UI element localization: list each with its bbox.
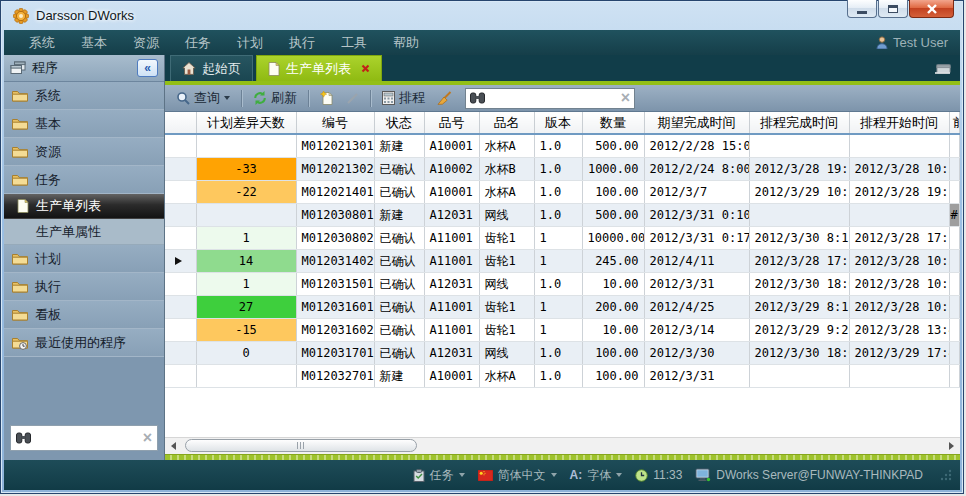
sidebar-item-system[interactable]: 系统	[4, 82, 164, 110]
table-row[interactable]: 14M012031402已确认A11001齿轮11245.002012/4/11…	[165, 250, 959, 273]
sidebar-item-execute[interactable]: 执行	[4, 273, 164, 301]
cell-item[interactable]: A12031	[424, 342, 479, 365]
row-selector[interactable]	[165, 342, 196, 365]
table-row[interactable]: -22M012021401已确认A10001水杯A1.0100.002012/3…	[165, 181, 959, 204]
table-row[interactable]: M012021301新建A10001水杯A1.0500.002012/2/28 …	[165, 134, 959, 158]
cell-diff[interactable]: 14	[196, 250, 296, 273]
cell-extra[interactable]: #	[949, 204, 959, 227]
cell-diff[interactable]: 0	[196, 342, 296, 365]
cell-due[interactable]: 2012/4/11	[644, 250, 749, 273]
cell-name[interactable]: 齿轮1	[479, 227, 534, 250]
cell-name[interactable]: 水杯A	[479, 134, 534, 158]
cell-code[interactable]: M012021401	[296, 181, 374, 204]
cell-extra[interactable]	[949, 158, 959, 181]
cell-sched_start[interactable]: 2012/3/28 19:10	[849, 181, 949, 204]
cell-due[interactable]: 2012/4/25	[644, 296, 749, 319]
cell-item[interactable]: A11001	[424, 296, 479, 319]
cell-status[interactable]: 已确认	[374, 181, 424, 204]
column-header-status[interactable]: 状态	[374, 112, 424, 134]
cell-ver[interactable]: 1	[534, 319, 582, 342]
table-row[interactable]: -15M012031602已确认A11001齿轮1110.002012/3/14…	[165, 319, 959, 342]
cell-code[interactable]: M012030801	[296, 204, 374, 227]
cell-diff[interactable]: -15	[196, 319, 296, 342]
row-selector[interactable]	[165, 250, 196, 273]
cell-due[interactable]: 2012/3/30	[644, 342, 749, 365]
cell-name[interactable]: 网线	[479, 342, 534, 365]
cell-code[interactable]: M012031402	[296, 250, 374, 273]
cell-ver[interactable]: 1	[534, 296, 582, 319]
tab-close-icon[interactable]	[361, 64, 370, 73]
cell-sched_end[interactable]: 2012/3/30 18:00	[749, 342, 849, 365]
cell-sched_end[interactable]: 2012/3/30 18:00	[749, 273, 849, 296]
cell-qty[interactable]: 1000.00	[582, 158, 644, 181]
column-header-due[interactable]: 期望完成时间	[644, 112, 749, 134]
column-header-ver[interactable]: 版本	[534, 112, 582, 134]
cell-qty[interactable]: 10.00	[582, 273, 644, 296]
cell-sched_start[interactable]: 2012/3/28 10:52	[849, 158, 949, 181]
cell-diff[interactable]: 27	[196, 296, 296, 319]
cell-sched_start[interactable]	[849, 134, 949, 158]
cell-name[interactable]: 水杯A	[479, 365, 534, 388]
cell-name[interactable]: 网线	[479, 273, 534, 296]
toolbar-search-input[interactable]	[489, 90, 617, 106]
cell-ver[interactable]: 1.0	[534, 204, 582, 227]
cell-extra[interactable]	[949, 227, 959, 250]
cell-sched_start[interactable]: 2012/3/29 17:46	[849, 342, 949, 365]
cell-sched_end[interactable]: 2012/3/28 17:13	[749, 250, 849, 273]
table-row[interactable]: 0M012031701已确认A12031网线1.0100.002012/3/30…	[165, 342, 959, 365]
cell-extra[interactable]	[949, 134, 959, 158]
cell-name[interactable]: 齿轮1	[479, 296, 534, 319]
statusbar-language[interactable]: 简体中文	[478, 467, 557, 484]
cell-status[interactable]: 新建	[374, 204, 424, 227]
menu-resource[interactable]: 资源	[120, 30, 172, 55]
cell-qty[interactable]: 100.00	[582, 365, 644, 388]
user-indicator[interactable]: Test User	[876, 35, 948, 50]
cell-sched_end[interactable]	[749, 365, 849, 388]
cell-extra[interactable]	[949, 296, 959, 319]
cell-ver[interactable]: 1.0	[534, 273, 582, 296]
sidebar-item-resource[interactable]: 资源	[4, 138, 164, 166]
cell-item[interactable]: A10001	[424, 134, 479, 158]
cell-sched_start[interactable]	[849, 365, 949, 388]
cell-extra[interactable]	[949, 273, 959, 296]
cell-sched_end[interactable]: 2012/3/30 8:15	[749, 227, 849, 250]
cell-diff[interactable]	[196, 365, 296, 388]
row-selector[interactable]	[165, 227, 196, 250]
cell-sched_end[interactable]: 2012/3/29 10:20	[749, 181, 849, 204]
new-button[interactable]	[316, 90, 338, 107]
close-button[interactable]	[909, 0, 954, 18]
toolbar-search-clear-icon[interactable]: ×	[621, 90, 630, 106]
column-header-sched_start[interactable]: 排程开始时间	[849, 112, 949, 134]
cell-name[interactable]: 水杯B	[479, 158, 534, 181]
sidebar-item-task[interactable]: 任务	[4, 166, 164, 194]
cell-item[interactable]: A11001	[424, 227, 479, 250]
cell-item[interactable]: A11001	[424, 250, 479, 273]
row-selector[interactable]	[165, 296, 196, 319]
cell-ver[interactable]: 1.0	[534, 181, 582, 204]
cell-status[interactable]: 已确认	[374, 296, 424, 319]
cell-ver[interactable]: 1.0	[534, 158, 582, 181]
menu-system[interactable]: 系统	[16, 30, 68, 55]
titlebar[interactable]: Darsson DWorks	[4, 1, 960, 30]
cell-item[interactable]: A11001	[424, 319, 479, 342]
cell-qty[interactable]: 100.00	[582, 181, 644, 204]
resize-grip-icon[interactable]	[940, 469, 952, 481]
cell-diff[interactable]	[196, 204, 296, 227]
menu-help[interactable]: 帮助	[380, 30, 432, 55]
cell-item[interactable]: A10001	[424, 181, 479, 204]
cell-code[interactable]: M012021302	[296, 158, 374, 181]
cell-sched_end[interactable]: 2012/3/29 9:20	[749, 319, 849, 342]
table-row[interactable]: -33M012021302已确认A10002水杯B1.01000.002012/…	[165, 158, 959, 181]
cell-sched_start[interactable]: 2012/3/28 10:52	[849, 296, 949, 319]
row-selector[interactable]	[165, 365, 196, 388]
table-row[interactable]: 1M012030802已确认A11001齿轮1110000.002012/3/3…	[165, 227, 959, 250]
font-dropdown-icon[interactable]	[616, 473, 622, 477]
scroll-right-button[interactable]	[943, 438, 960, 454]
statusbar-server[interactable]: DWorks Server@FUNWAY-THINKPAD	[695, 468, 923, 482]
cell-item[interactable]: A10001	[424, 365, 479, 388]
table-row[interactable]: M012030801新建A12031网线1.0500.002012/3/31 0…	[165, 204, 959, 227]
cell-code[interactable]: M012030802	[296, 227, 374, 250]
language-dropdown-icon[interactable]	[551, 473, 557, 477]
cell-diff[interactable]: 1	[196, 227, 296, 250]
sidebar-item-kanban[interactable]: 看板	[4, 301, 164, 329]
